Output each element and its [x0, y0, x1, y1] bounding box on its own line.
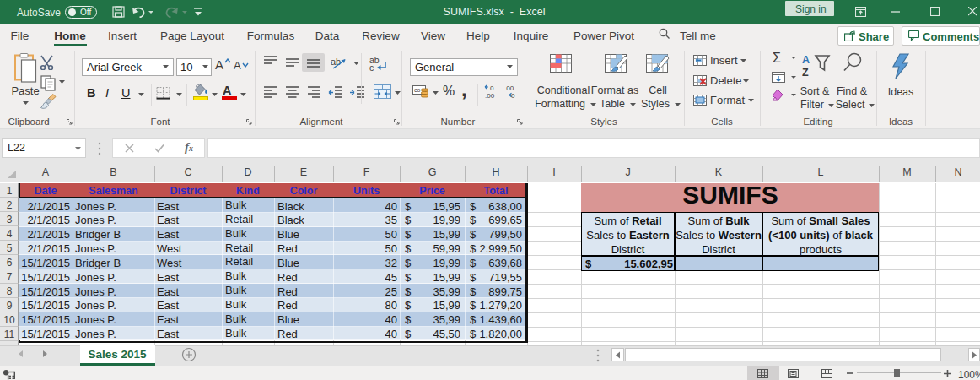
svg-text:0: 0: [511, 92, 515, 99]
svg-text:Z: Z: [802, 67, 809, 77]
svg-text:0: 0: [490, 84, 494, 92]
svg-text:.00: .00: [485, 92, 495, 99]
svg-text:ab: ab: [331, 57, 341, 67]
svg-text:.00: .00: [504, 84, 514, 92]
svg-text:co: co: [414, 87, 421, 93]
svg-text:A: A: [802, 54, 810, 66]
svg-text:c: c: [369, 62, 374, 71]
